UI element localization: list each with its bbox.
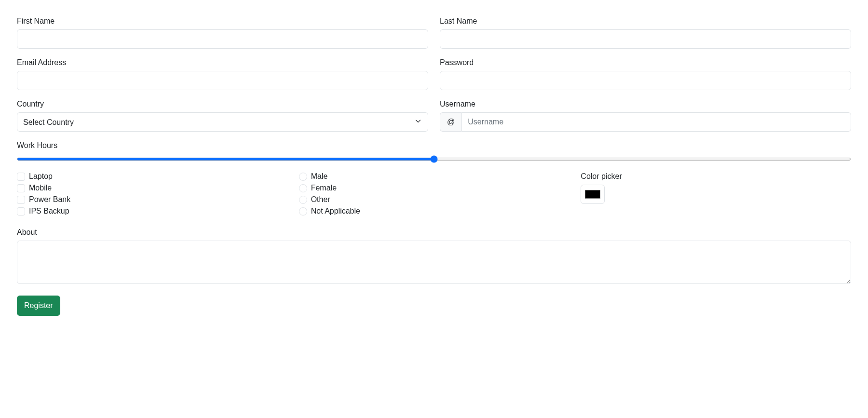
not-applicable-radio-label[interactable]: Not Applicable xyxy=(311,207,360,216)
ips-backup-checkbox[interactable] xyxy=(17,207,25,216)
male-radio[interactable] xyxy=(299,173,307,181)
laptop-checkbox-label[interactable]: Laptop xyxy=(29,172,53,181)
female-radio-label[interactable]: Female xyxy=(311,184,337,192)
mobile-checkbox[interactable] xyxy=(17,184,25,192)
first-name-label: First Name xyxy=(17,17,428,26)
country-select[interactable]: Select Country xyxy=(17,112,428,132)
first-name-input[interactable] xyxy=(17,29,428,49)
password-input[interactable] xyxy=(440,71,851,90)
work-hours-slider[interactable] xyxy=(17,158,851,161)
country-label: Country xyxy=(17,100,428,108)
username-input[interactable] xyxy=(461,112,851,132)
laptop-checkbox[interactable] xyxy=(17,173,25,181)
about-label: About xyxy=(17,228,851,237)
color-picker-input[interactable] xyxy=(581,185,605,204)
about-textarea[interactable] xyxy=(17,241,851,284)
power-bank-checkbox[interactable] xyxy=(17,196,25,204)
work-hours-label: Work Hours xyxy=(17,141,851,150)
username-label: Username xyxy=(440,100,851,108)
ips-backup-checkbox-label[interactable]: IPS Backup xyxy=(29,207,69,216)
color-picker-label: Color picker xyxy=(581,172,851,181)
email-input[interactable] xyxy=(17,71,428,90)
registration-form: First Name Last Name Email Address Passw… xyxy=(17,17,851,316)
other-radio[interactable] xyxy=(299,196,307,204)
email-label: Email Address xyxy=(17,58,428,67)
female-radio[interactable] xyxy=(299,184,307,192)
male-radio-label[interactable]: Male xyxy=(311,172,328,181)
password-label: Password xyxy=(440,58,851,67)
not-applicable-radio[interactable] xyxy=(299,207,307,216)
last-name-label: Last Name xyxy=(440,17,851,26)
other-radio-label[interactable]: Other xyxy=(311,195,330,204)
register-button[interactable]: Register xyxy=(17,296,60,316)
at-symbol-addon: @ xyxy=(440,112,461,132)
last-name-input[interactable] xyxy=(440,29,851,49)
mobile-checkbox-label[interactable]: Mobile xyxy=(29,184,52,192)
power-bank-checkbox-label[interactable]: Power Bank xyxy=(29,195,70,204)
